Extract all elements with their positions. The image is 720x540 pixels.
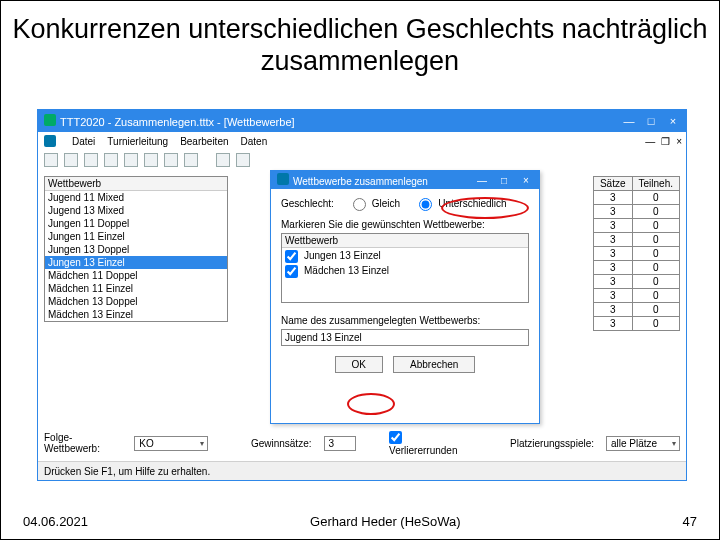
mdi-minimize-icon[interactable]: —: [645, 136, 655, 147]
competition-list-header: Wettbewerb: [45, 177, 227, 191]
list-item-selected[interactable]: Jungen 13 Einzel: [45, 256, 227, 269]
menu-item[interactable]: Turnierleitung: [107, 136, 168, 147]
list-item[interactable]: Jugend 11 Mixed: [45, 191, 227, 204]
toolbar: [38, 150, 686, 170]
toolbar-icon[interactable]: [216, 153, 230, 167]
dialog-minimize-icon[interactable]: —: [475, 175, 489, 186]
menu-item[interactable]: Datei: [72, 136, 95, 147]
dialog-list-header: Wettbewerb: [282, 234, 528, 248]
close-icon[interactable]: ×: [666, 115, 680, 127]
competition-list[interactable]: Wettbewerb Jugend 11 Mixed Jugend 13 Mix…: [44, 176, 228, 322]
toolbar-icon[interactable]: [104, 153, 118, 167]
list-item[interactable]: Jungen 13 Doppel: [45, 243, 227, 256]
mdi-close-icon[interactable]: ×: [676, 136, 682, 147]
col-sets: Sätze: [593, 177, 632, 191]
list-item[interactable]: Jugend 13 Mixed: [45, 204, 227, 217]
app-small-icon: [44, 135, 56, 147]
toolbar-icon[interactable]: [144, 153, 158, 167]
list-item[interactable]: Mädchen 13 Einzel: [282, 263, 528, 278]
toolbar-icon[interactable]: [64, 153, 78, 167]
merge-dialog: Wettbewerbe zusammenlegen — □ × Geschlec…: [270, 170, 540, 424]
stats-table: SätzeTeilneh. 30 30 30 30 30 30 30 30 30…: [593, 176, 680, 331]
radio-different[interactable]: Unterschiedlich: [414, 195, 506, 211]
list-item[interactable]: Jungen 11 Doppel: [45, 217, 227, 230]
toolbar-icon[interactable]: [236, 153, 250, 167]
toolbar-icon[interactable]: [164, 153, 178, 167]
maximize-icon[interactable]: □: [644, 115, 658, 127]
gender-label: Geschlecht:: [281, 198, 334, 209]
merged-name-label: Name des zusammengelegten Wettbewerbs:: [281, 315, 529, 326]
toolbar-icon[interactable]: [124, 153, 138, 167]
winsets-input[interactable]: 3: [324, 436, 356, 451]
dialog-maximize-icon[interactable]: □: [497, 175, 511, 186]
app-titlebar: TTT2020 - Zusammenlegen.tttx - [Wettbewe…: [38, 110, 686, 132]
dialog-icon: [277, 173, 289, 185]
toolbar-icon[interactable]: [184, 153, 198, 167]
cancel-button[interactable]: Abbrechen: [393, 356, 475, 373]
footer-page: 47: [683, 514, 697, 529]
list-item[interactable]: Mädchen 11 Doppel: [45, 269, 227, 282]
placement-select[interactable]: alle Plätze: [606, 436, 680, 451]
dialog-titlebar: Wettbewerbe zusammenlegen — □ ×: [271, 171, 539, 189]
footer-author: Gerhard Heder (HeSoWa): [310, 514, 461, 529]
loser-rounds-checkbox[interactable]: Verliererrunden: [389, 430, 467, 456]
highlight-annotation: [347, 393, 395, 415]
list-item[interactable]: Jungen 11 Einzel: [45, 230, 227, 243]
app-icon: [44, 114, 56, 126]
toolbar-icon[interactable]: [84, 153, 98, 167]
dialog-competition-list[interactable]: Wettbewerb Jungen 13 Einzel Mädchen 13 E…: [281, 233, 529, 303]
menu-item[interactable]: Daten: [241, 136, 268, 147]
list-item[interactable]: Mädchen 13 Einzel: [45, 308, 227, 321]
list-item[interactable]: Mädchen 13 Doppel: [45, 295, 227, 308]
dialog-close-icon[interactable]: ×: [519, 175, 533, 186]
list-item[interactable]: Jungen 13 Einzel: [282, 248, 528, 263]
mdi-restore-icon[interactable]: ❐: [661, 136, 670, 147]
follow-label: Folge-Wettbewerb:: [44, 432, 122, 454]
follow-select[interactable]: KO: [134, 436, 208, 451]
merged-name-input[interactable]: [281, 329, 529, 346]
slide-title: Konkurrenzen unterschiedlichen Geschlech…: [1, 1, 719, 78]
placement-label: Platzierungsspiele:: [510, 438, 594, 449]
menu-bar: Datei Turnierleitung Bearbeiten Daten — …: [38, 132, 686, 150]
minimize-icon[interactable]: —: [622, 115, 636, 127]
radio-same[interactable]: Gleich: [348, 195, 400, 211]
winsets-label: Gewinnsätze:: [251, 438, 312, 449]
ok-button[interactable]: OK: [335, 356, 383, 373]
toolbar-icon[interactable]: [44, 153, 58, 167]
app-window: TTT2020 - Zusammenlegen.tttx - [Wettbewe…: [37, 109, 687, 481]
col-participants: Teilneh.: [632, 177, 679, 191]
bottom-controls: Folge-Wettbewerb: KO Gewinnsätze: 3 Verl…: [44, 430, 680, 456]
dialog-hint: Markieren Sie die gewünschten Wettbewerb…: [281, 219, 529, 230]
footer-date: 04.06.2021: [23, 514, 88, 529]
menu-item[interactable]: Bearbeiten: [180, 136, 228, 147]
list-item[interactable]: Mädchen 11 Einzel: [45, 282, 227, 295]
status-bar: Drücken Sie F1, um Hilfe zu erhalten.: [38, 461, 686, 480]
